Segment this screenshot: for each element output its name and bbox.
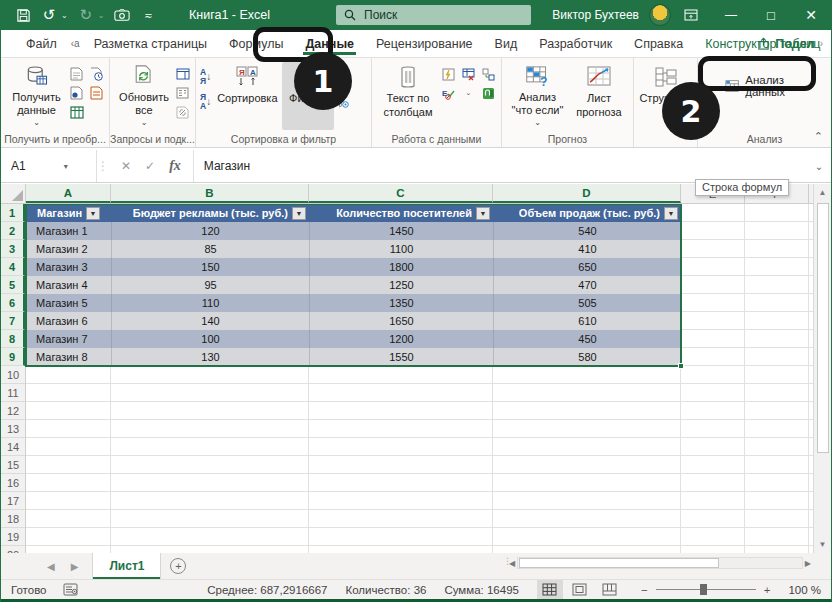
- insert-function-icon[interactable]: fx: [169, 158, 181, 174]
- table-cell[interactable]: 610: [493, 312, 681, 330]
- from-table-icon[interactable]: [68, 104, 85, 120]
- sort-az-icon[interactable]: АЯ↓: [200, 68, 211, 85]
- what-if-button[interactable]: ? Анализ "что если"⌄: [506, 62, 569, 130]
- properties-icon[interactable]: [174, 85, 191, 101]
- table-row[interactable]: Магазин 61401650610: [26, 312, 681, 330]
- tab--а[interactable]: ‹а: [68, 30, 83, 57]
- table-cell[interactable]: 580: [493, 348, 681, 366]
- table-cell[interactable]: 450: [493, 330, 681, 348]
- customize-qat-icon[interactable]: ≂: [140, 7, 156, 23]
- row-header-17[interactable]: 17: [1, 492, 25, 510]
- normal-view-icon[interactable]: [537, 580, 563, 599]
- existing-connections-icon[interactable]: [68, 85, 85, 101]
- filter-dropdown-icon[interactable]: ▼: [292, 207, 306, 220]
- column-header-A[interactable]: A: [26, 184, 111, 203]
- consolidate-icon[interactable]: [480, 66, 497, 82]
- row-header-6[interactable]: 6: [1, 294, 25, 312]
- zoom-slider-thumb[interactable]: [700, 584, 707, 595]
- sheet-grid[interactable]: 1234567891011121314151617181920 Магазин▼…: [1, 204, 814, 553]
- fill-handle[interactable]: [678, 363, 684, 369]
- close-button[interactable]: ✕: [791, 0, 831, 30]
- table-cell[interactable]: 1250: [309, 276, 493, 294]
- table-row[interactable]: Магазин 81301550580: [26, 348, 681, 366]
- table-cell[interactable]: 650: [493, 258, 681, 276]
- scroll-down-icon[interactable]: ▼: [814, 536, 831, 553]
- table-cell[interactable]: Магазин 5: [26, 294, 111, 312]
- avatar[interactable]: [649, 4, 671, 26]
- table-cell[interactable]: 120: [111, 222, 309, 240]
- table-cell[interactable]: 1650: [309, 312, 493, 330]
- table-cell[interactable]: 130: [111, 348, 309, 366]
- table-cell[interactable]: Магазин 8: [26, 348, 111, 366]
- undo-dropdown-icon[interactable]: ⌄: [61, 11, 68, 20]
- sort-button[interactable]: ЯА Сортировка: [213, 62, 281, 130]
- vertical-scrollbar[interactable]: ▲ ▼: [813, 184, 831, 553]
- get-data-button[interactable]: Получить данные⌄: [5, 62, 68, 130]
- sheet-tab-list1[interactable]: Лист1: [92, 553, 161, 579]
- row-header-11[interactable]: 11: [1, 384, 25, 402]
- data-table[interactable]: Магазин▼Бюджет рекламы (тыс. руб.)▼Колич…: [26, 204, 681, 366]
- name-box-dropdown-icon[interactable]: ▾: [64, 162, 68, 171]
- data-validation-icon[interactable]: Е: [440, 85, 457, 101]
- zoom-in-icon[interactable]: +: [764, 584, 771, 596]
- table-cell[interactable]: Магазин 6: [26, 312, 111, 330]
- camera-icon[interactable]: [114, 7, 130, 23]
- table-cell[interactable]: 110: [111, 294, 309, 312]
- filter-dropdown-icon[interactable]: ▼: [476, 207, 490, 220]
- table-cell[interactable]: 410: [493, 240, 681, 258]
- table-cell[interactable]: 100: [111, 330, 309, 348]
- macro-record-icon[interactable]: [63, 583, 78, 596]
- table-cell[interactable]: 470: [493, 276, 681, 294]
- recent-sources-icon[interactable]: [88, 66, 105, 82]
- table-row[interactable]: Магазин 31501800650: [26, 258, 681, 276]
- table-row[interactable]: Магазин 4951250470: [26, 276, 681, 294]
- forecast-sheet-button[interactable]: Лист прогноза: [569, 62, 629, 130]
- expand-formula-bar-icon[interactable]: ⌄: [807, 150, 831, 182]
- scroll-up-icon[interactable]: ▲: [814, 184, 831, 201]
- row-header-2[interactable]: 2: [1, 222, 25, 240]
- table-cell[interactable]: Магазин 4: [26, 276, 111, 294]
- sort-za-icon[interactable]: ЯА↓: [200, 93, 211, 110]
- maximize-button[interactable]: □: [751, 0, 791, 30]
- tab-вид[interactable]: Вид: [484, 30, 529, 57]
- horizontal-scrollbar[interactable]: ◀ ▶: [509, 556, 811, 570]
- table-cell[interactable]: 85: [111, 240, 309, 258]
- row-header-3[interactable]: 3: [1, 240, 25, 258]
- status-count[interactable]: Количество: 36: [345, 584, 426, 596]
- column-header-D[interactable]: D: [493, 184, 681, 203]
- sheet-nav-prev-icon[interactable]: ◀: [47, 561, 55, 572]
- sheet-nav-next-icon[interactable]: ▶: [71, 561, 79, 572]
- row-header-4[interactable]: 4: [1, 258, 25, 276]
- table-cell[interactable]: Магазин 1: [26, 222, 111, 240]
- table-row[interactable]: Магазин 2851100410: [26, 240, 681, 258]
- table-row[interactable]: Магазин 71001200450: [26, 330, 681, 348]
- row-header-14[interactable]: 14: [1, 438, 25, 456]
- row-header-12[interactable]: 12: [1, 402, 25, 420]
- share-button[interactable]: Подел ›: [757, 30, 823, 57]
- tab-разметка-страницы[interactable]: Разметка страницы: [83, 30, 218, 57]
- table-cell[interactable]: 140: [111, 312, 309, 330]
- filter-dropdown-icon[interactable]: ▼: [664, 207, 678, 220]
- table-cell[interactable]: 1200: [309, 330, 493, 348]
- from-web-icon[interactable]: [88, 85, 105, 101]
- edit-links-icon[interactable]: [174, 104, 191, 120]
- account-area[interactable]: Виктор Бухтеев: [552, 0, 671, 30]
- zoom-out-icon[interactable]: −: [641, 584, 648, 596]
- text-to-columns-button[interactable]: Текст по столбцам: [376, 62, 440, 130]
- row-header-19[interactable]: 19: [1, 528, 25, 546]
- table-cell[interactable]: Магазин 7: [26, 330, 111, 348]
- table-cell[interactable]: 1550: [309, 348, 493, 366]
- row-header-16[interactable]: 16: [1, 474, 25, 492]
- relationships-icon[interactable]: [480, 85, 497, 101]
- data-validation-dropdown-icon[interactable]: ⌄: [460, 85, 477, 101]
- table-row[interactable]: Магазин 51101350505: [26, 294, 681, 312]
- table-cell[interactable]: 1800: [309, 258, 493, 276]
- table-cell[interactable]: 150: [111, 258, 309, 276]
- status-average[interactable]: Среднее: 687,2916667: [207, 584, 327, 596]
- row-header-7[interactable]: 7: [1, 312, 25, 330]
- row-header-8[interactable]: 8: [1, 330, 25, 348]
- table-cell[interactable]: Магазин 2: [26, 240, 111, 258]
- column-header-B[interactable]: B: [111, 184, 309, 203]
- refresh-all-button[interactable]: Обновить все⌄: [114, 62, 174, 130]
- collapse-ribbon-icon[interactable]: ⌃: [814, 130, 823, 143]
